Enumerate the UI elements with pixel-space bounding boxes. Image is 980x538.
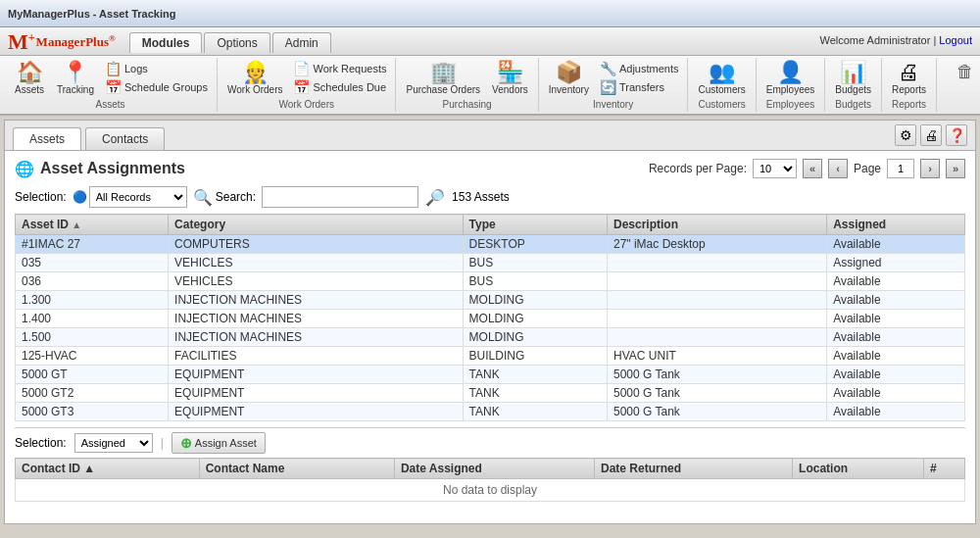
ribbon-budgets[interactable]: 📊 Budgets [831, 60, 875, 97]
col-contact-name: Contact Name [199, 459, 394, 479]
budgets-icon: 📊 [840, 62, 866, 83]
ribbon-purchase-orders[interactable]: 🏢 Purchase Orders [402, 60, 484, 97]
ribbon-tracking[interactable]: 📍 Tracking [53, 60, 98, 97]
table-row[interactable]: 036VEHICLESBUSAvailable [16, 272, 965, 291]
purchase-orders-icon: 🏢 [430, 62, 457, 83]
tab-modules[interactable]: Modules [129, 32, 203, 53]
records-count: 153 Assets [452, 190, 510, 204]
table-cell-asset_id: #1IMAC 27 [16, 235, 169, 254]
assets-group-label: Assets [95, 99, 124, 110]
table-row[interactable]: 5000 GT3EQUIPMENTTANK5000 G TankAvailabl… [16, 403, 965, 421]
ribbon-customers[interactable]: 👥 Customers [694, 60, 749, 97]
last-page-button[interactable]: » [946, 159, 965, 178]
binoculars-icon: 🔍 [193, 188, 213, 207]
sort-arrow-contact-id[interactable]: ▲ [83, 462, 95, 475]
ribbon-vendors[interactable]: 🏪 Vendors [488, 60, 532, 97]
plus-icon: ⊕ [180, 435, 192, 451]
schedule-groups-icon: 📅 [105, 79, 122, 95]
prev-page-button[interactable]: ‹ [828, 159, 848, 178]
tab-assets[interactable]: Assets [13, 127, 81, 150]
vendors-label: Vendors [492, 84, 528, 95]
topnav: M+ ManagerPlus® Modules Options Admin We… [0, 27, 980, 56]
table-cell-description [608, 254, 827, 272]
logo-text: ManagerPlus® [36, 33, 116, 50]
page-body: 🌐 Asset Assignments Records per Page: 10… [5, 151, 975, 508]
table-cell-category: INJECTION MACHINES [169, 310, 464, 328]
col-description: Description [608, 215, 827, 235]
table-cell-type: TANK [463, 366, 607, 384]
ribbon-group-customers: 👥 Customers Customers [688, 58, 756, 112]
ribbon-employees[interactable]: 👤 Employees [762, 60, 818, 97]
table-row[interactable]: 5000 GTEQUIPMENTTANK5000 G TankAvailable [16, 366, 965, 384]
table-cell-assigned: Available [827, 403, 965, 421]
table-cell-assigned: Assigned [827, 254, 965, 272]
records-per-page-select[interactable]: 10 25 50 100 [753, 159, 797, 178]
table-row[interactable]: 125-HVACFACILITIESBUILDINGHVAC UNITAvail… [16, 347, 965, 366]
selection-select[interactable]: All Records Assigned Available [89, 186, 187, 208]
ribbon-adjustments[interactable]: 🔧 Adjustments [597, 60, 682, 77]
table-cell-description [608, 291, 827, 310]
employees-group-label: Employees [766, 99, 814, 110]
settings-button[interactable]: ⚙ [895, 124, 916, 146]
search-button[interactable]: 🔎 [424, 186, 446, 208]
adjustments-icon: 🔧 [600, 61, 616, 76]
ribbon-work-requests[interactable]: 📄 Work Requests [290, 60, 389, 77]
ribbon-inventory[interactable]: 📦 Inventory [545, 60, 593, 97]
table-cell-type: BUS [463, 272, 607, 291]
transfers-label: Transfers [619, 81, 664, 93]
ribbon-assets[interactable]: 🏠 Assets [10, 60, 49, 97]
ribbon-group-inventory: 📦 Inventory 🔧 Adjustments 🔄 Transfers In… [539, 58, 689, 112]
table-row[interactable]: 035VEHICLESBUSAssigned [16, 254, 965, 272]
ribbon-reports[interactable]: 🖨 Reports [888, 60, 930, 97]
print-button[interactable]: 🖨 [920, 124, 942, 146]
col-date-assigned: Date Assigned [394, 459, 594, 479]
next-page-button[interactable]: › [920, 159, 940, 178]
trash-icon[interactable]: 🗑 [955, 60, 976, 84]
ribbon-logs[interactable]: 📋 Logs [102, 60, 211, 77]
tab-admin[interactable]: Admin [272, 32, 331, 53]
assign-asset-button[interactable]: ⊕ Assign Asset [172, 432, 266, 454]
page-input[interactable] [887, 159, 914, 178]
table-cell-category: VEHICLES [169, 272, 464, 291]
work-requests-label: Work Requests [313, 63, 386, 74]
nav-tabs: Modules Options Admin [129, 32, 331, 53]
table-cell-description [608, 272, 827, 291]
table-cell-assigned: Available [827, 347, 965, 366]
vendors-icon: 🏪 [497, 62, 523, 83]
ribbon-transfers[interactable]: 🔄 Transfers [597, 78, 682, 96]
table-cell-type: DESKTOP [463, 235, 607, 254]
table-cell-asset_id: 036 [16, 272, 169, 291]
transfers-icon: 🔄 [600, 79, 616, 95]
inventory-icon: 📦 [556, 62, 582, 83]
inventory-group-label: Inventory [593, 99, 633, 110]
col-contact-id: Contact ID ▲ [16, 459, 200, 479]
tab-options[interactable]: Options [204, 32, 270, 53]
table-cell-category: EQUIPMENT [169, 366, 464, 384]
workorders-group-label: Work Orders [278, 99, 334, 110]
table-row[interactable]: #1IMAC 27COMPUTERSDESKTOP27" iMac Deskto… [16, 235, 965, 254]
schedules-due-label: Schedules Due [313, 81, 386, 93]
schedules-due-icon: 📅 [293, 79, 310, 95]
first-page-button[interactable]: « [803, 159, 822, 178]
ribbon-workorders[interactable]: 👷 Work Orders [223, 60, 287, 97]
tab-contacts[interactable]: Contacts [85, 127, 165, 150]
logout-link[interactable]: Logout [939, 34, 972, 46]
ribbon-group-assets: 🏠 Assets 📍 Tracking 📋 Logs 📅 Schedule Gr… [4, 58, 218, 112]
assets-table: Asset ID ▲ Category Type Description Ass… [15, 214, 965, 421]
help-button[interactable]: ❓ [946, 124, 967, 146]
page-label: Page [854, 162, 881, 175]
table-row[interactable]: 5000 GT2EQUIPMENTTANK5000 G TankAvailabl… [16, 384, 965, 403]
table-row[interactable]: 1.500INJECTION MACHINESMOLDINGAvailable [16, 328, 965, 347]
no-data-row: No data to display [16, 479, 965, 502]
assign-selection-select[interactable]: Assigned Available All [74, 433, 153, 453]
search-input[interactable] [262, 186, 418, 208]
sort-arrow-asset-id[interactable]: ▲ [72, 220, 81, 230]
table-cell-type: TANK [463, 384, 607, 403]
table-cell-description: 5000 G Tank [608, 366, 827, 384]
assign-asset-label: Assign Asset [195, 437, 257, 449]
table-cell-type: MOLDING [463, 328, 607, 347]
table-row[interactable]: 1.300INJECTION MACHINESMOLDINGAvailable [16, 291, 965, 310]
table-row[interactable]: 1.400INJECTION MACHINESMOLDINGAvailable [16, 310, 965, 328]
ribbon-schedule-groups[interactable]: 📅 Schedule Groups [102, 78, 211, 96]
ribbon-schedules-due[interactable]: 📅 Schedules Due [290, 78, 389, 96]
